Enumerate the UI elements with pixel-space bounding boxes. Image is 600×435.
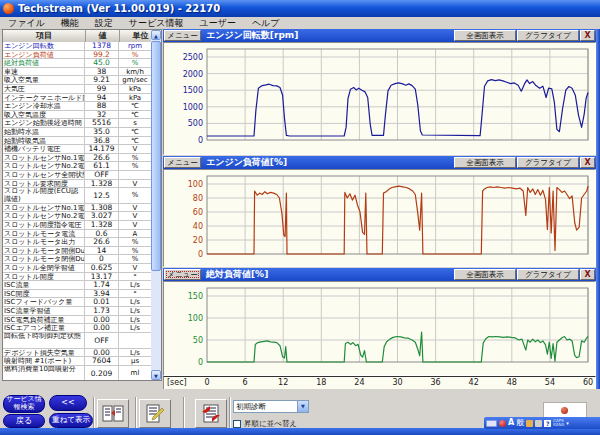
row-label: スロットルセンサNo.1電圧比 — [3, 154, 85, 162]
table-row[interactable]: スロットル開度(ECU認識値)12.5% — [3, 188, 151, 204]
table-row[interactable]: ISC流量学習値1.73L/s — [3, 307, 151, 316]
row-unit: V — [119, 221, 151, 229]
table-row[interactable]: ISCエアコン補正量0.00L/s — [3, 324, 151, 333]
sort-ascending-checkbox[interactable] — [233, 420, 241, 428]
sort-order-button[interactable] — [195, 399, 227, 428]
scroll-up-button[interactable]: ▲ — [151, 30, 161, 40]
table-row[interactable]: ISC流量1.74L/s — [3, 281, 151, 290]
graph-type-button[interactable]: グラフタイプ — [517, 269, 579, 280]
menu-item-2[interactable]: 設定 — [87, 17, 121, 30]
row-unit: V — [119, 204, 151, 212]
row-value: 3.94 — [85, 290, 119, 298]
ime-conversion-mode[interactable]: 般 — [516, 419, 524, 427]
dropdown-arrow-icon[interactable]: ▼ — [297, 401, 308, 412]
row-unit: ° — [119, 273, 151, 281]
chart-menu-button[interactable]: メニュー — [164, 269, 201, 280]
table-row[interactable]: エンジン始動後経過時間5516s — [3, 119, 151, 128]
table-row[interactable]: デポジット損失空気量0.00L/s — [3, 349, 151, 358]
menu-item-1[interactable]: 機能 — [53, 17, 87, 30]
ime-pad-icon[interactable] — [535, 420, 542, 427]
chart-menu-button[interactable]: メニュー — [164, 30, 201, 41]
table-row[interactable]: 吸入空気量9.21gm/sec — [3, 76, 151, 85]
chart-menu-button[interactable]: メニュー — [164, 157, 201, 168]
graph-type-button[interactable]: グラフタイプ — [517, 30, 579, 41]
table-row[interactable]: スロットルセンサNo.2電圧3.027V — [3, 212, 151, 221]
row-value: 35.0 — [85, 128, 119, 136]
row-unit: rpm — [119, 42, 151, 50]
scroll-down-button[interactable]: ▼ — [151, 370, 161, 380]
table-row[interactable]: スロットル全閉学習値0.625V — [3, 264, 151, 273]
overlay-display-button[interactable]: 重ねて表示 — [49, 413, 93, 428]
keyboard-icon[interactable] — [486, 420, 497, 427]
table-scrollbar[interactable]: ▲ ▼ — [151, 30, 161, 380]
table-row[interactable]: 始動時水温35.0℃ — [3, 128, 151, 137]
table-row[interactable]: スロットルモータ出力26.6% — [3, 238, 151, 247]
fullscreen-button[interactable]: 全画面表示 — [454, 30, 516, 41]
row-unit: % — [119, 59, 151, 67]
diagnosis-mode-select[interactable]: 初期診断 ▼ — [233, 400, 309, 413]
chart-close-button[interactable]: X — [580, 30, 595, 41]
table-row[interactable]: ISC開度3.94° — [3, 290, 151, 299]
table-row[interactable]: 補機バッテリ電圧14.179V — [3, 145, 151, 154]
table-row[interactable]: 絶対負荷値45.0% — [3, 59, 151, 68]
table-row[interactable]: 噴射時間 #1(ポート)7604μs — [3, 357, 151, 366]
fullscreen-button[interactable]: 全画面表示 — [454, 157, 516, 168]
row-unit: % — [119, 154, 151, 162]
row-label: スロットルセンサNo.2電圧 — [3, 212, 85, 220]
table-row[interactable]: スロットルモータ開側Duty比14% — [3, 247, 151, 256]
table-row[interactable]: スロットルモータ閉側Duty比0% — [3, 255, 151, 264]
ime-help-icon[interactable]: ? — [544, 420, 551, 427]
table-row[interactable]: スロットルセンサNo.2電圧比61.1% — [3, 162, 151, 171]
row-unit: ℃ — [119, 102, 151, 110]
menu-item-5[interactable]: ヘルプ — [244, 17, 288, 30]
table-row[interactable]: スロットル要求開度1.328V — [3, 180, 151, 189]
row-value: 14 — [85, 247, 119, 255]
row-unit — [119, 333, 151, 348]
table-row[interactable]: 車速38km/h — [3, 68, 151, 77]
table-row[interactable]: スロットルモータ電流0.6A — [3, 230, 151, 239]
menu-item-3[interactable]: サービス情報 — [121, 17, 192, 30]
table-row[interactable]: スロットル開度指令電圧1.328V — [3, 221, 151, 230]
row-unit: ℃ — [119, 137, 151, 145]
row-value: 9.21 — [85, 76, 119, 84]
row-value: 99 — [85, 85, 119, 93]
svg-text:0: 0 — [198, 358, 203, 367]
chart-close-button[interactable]: X — [580, 269, 595, 280]
row-value: 99.2 — [85, 51, 119, 59]
fullscreen-button[interactable]: 全画面表示 — [454, 269, 516, 280]
ime-orb-icon[interactable] — [499, 420, 506, 427]
table-row[interactable]: 回転低下時制御判定状態OFF — [3, 333, 151, 349]
split-view-button[interactable] — [97, 399, 129, 428]
service-info-search-button[interactable]: サービス情報検索 — [3, 395, 45, 413]
ime-minimize-icon[interactable]: ▾ — [566, 420, 569, 426]
table-row[interactable]: エンジン負荷値99.2% — [3, 51, 151, 60]
table-row[interactable]: スロットル開度13.17° — [3, 273, 151, 282]
table-row[interactable]: 吸入空気温度32℃ — [3, 111, 151, 120]
ime-input-mode[interactable]: A — [508, 419, 514, 427]
table-row[interactable]: インテークマニホールド圧94kPa — [3, 94, 151, 103]
back-nav-button[interactable]: << — [49, 395, 87, 411]
menu-item-4[interactable]: ユーザー — [191, 17, 243, 30]
svg-text:2000: 2000 — [183, 70, 203, 79]
table-row[interactable]: ISCフィードバック量0.01L/s — [3, 298, 151, 307]
table-row[interactable]: エンジン回転数1378rpm — [3, 42, 151, 51]
ime-tools-icon[interactable] — [526, 420, 533, 427]
scrollbar-thumb[interactable] — [151, 41, 161, 271]
table-row[interactable]: 大気圧99kPa — [3, 85, 151, 94]
title-bar[interactable]: Techstream (Ver 11.00.019) - 22170 — [0, 0, 600, 17]
table-row[interactable]: 始動時吸気温36.8℃ — [3, 137, 151, 146]
graph-type-button[interactable]: グラフタイプ — [517, 157, 579, 168]
table-row[interactable]: スロットルセンサNo.1電圧比26.6% — [3, 154, 151, 163]
table-row[interactable]: 燃料消費量10回噴射分0.209ml — [3, 366, 151, 380]
table-row[interactable]: スロットルセンサ全開状態OFF — [3, 171, 151, 180]
return-button[interactable]: 戻る — [3, 414, 45, 428]
table-row[interactable]: ISC電気負荷補正量0.00L/s — [3, 316, 151, 325]
table-row[interactable]: スロットルセンサNo.1電圧1.308V — [3, 204, 151, 213]
report-edit-button[interactable] — [139, 399, 171, 428]
row-unit: L/s — [119, 349, 151, 357]
row-label: 車速 — [3, 68, 85, 76]
menu-item-0[interactable]: ファイル — [0, 17, 53, 30]
table-row[interactable]: エンジン冷却水温88℃ — [3, 102, 151, 111]
chart-close-button[interactable]: X — [580, 157, 595, 168]
report-edit-icon — [144, 404, 166, 424]
